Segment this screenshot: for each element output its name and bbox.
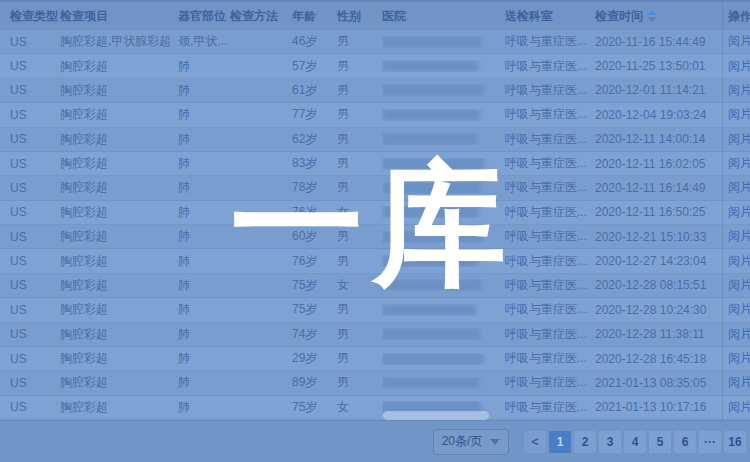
cell-exam_type: US (10, 352, 60, 366)
cell-organ: 肺 (178, 155, 230, 172)
cell-gender: 男 (337, 106, 382, 123)
cell-age: 76岁 (292, 204, 337, 221)
redacted-hospital-block (382, 84, 484, 96)
read-film-link[interactable]: 阅片 (728, 155, 750, 172)
column-header-exam_type: 检查类型 (10, 8, 60, 25)
page-size-select[interactable]: 20条/页 (433, 429, 509, 455)
table-row: US胸腔彩超肺76岁女呼吸与重症医...2020-12-11 16:50:25阅… (0, 201, 750, 225)
page-button-5[interactable]: 5 (649, 431, 671, 453)
column-header-department: 送检科室 (505, 8, 595, 25)
redacted-hospital-block (382, 182, 481, 194)
cell-department: 呼吸与重症医... (505, 228, 595, 245)
cell-age: 57岁 (292, 58, 337, 75)
column-header-label: 检查时间 (595, 8, 643, 25)
prev-page-label: < (531, 435, 538, 449)
table-body: US胸腔彩超,甲状腺彩超颈,甲状...46岁男呼吸与重症医...2020-11-… (0, 30, 750, 420)
page-button-16[interactable]: 16 (724, 431, 746, 453)
cell-organ: 肺 (178, 106, 230, 123)
read-film-link[interactable]: 阅片 (728, 58, 750, 75)
cell-exam_time: 2020-12-28 11:38:11 (595, 327, 728, 341)
cell-exam_item: 胸腔彩超 (60, 179, 178, 196)
table-header: 检查类型检查项目器官部位检查方法年龄性别医院送检科室检查时间操作 (0, 0, 750, 30)
cell-exam_time: 2020-12-21 15:10:33 (595, 230, 728, 244)
prev-page-button[interactable]: < (524, 431, 546, 453)
cell-gender: 男 (337, 58, 382, 75)
read-film-link[interactable]: 阅片 (728, 399, 750, 416)
horizontal-scrollbar[interactable] (383, 411, 489, 420)
column-header-exam_time[interactable]: 检查时间 (595, 8, 728, 25)
read-film-link[interactable]: 阅片 (728, 350, 750, 367)
cell-department: 呼吸与重症医... (505, 106, 595, 123)
cell-age: 60岁 (292, 228, 337, 245)
fixed-column-divider (722, 0, 723, 420)
cell-organ: 肺 (178, 374, 230, 391)
cell-exam_item: 胸腔彩超 (60, 277, 178, 294)
read-film-link[interactable]: 阅片 (728, 253, 750, 270)
page-button-4[interactable]: 4 (624, 431, 646, 453)
read-film-link[interactable]: 阅片 (728, 277, 750, 294)
read-film-link[interactable]: 阅片 (728, 33, 750, 50)
cell-organ: 肺 (178, 82, 230, 99)
cell-exam_item: 胸腔彩超 (60, 301, 178, 318)
cell-department: 呼吸与重症医... (505, 204, 595, 221)
cell-hospital (382, 353, 505, 365)
cell-exam_time: 2020-11-16 15:44:49 (595, 35, 728, 49)
more-pages-button[interactable]: ··· (699, 431, 721, 453)
cell-gender: 女 (337, 277, 382, 294)
exam-table: 检查类型检查项目器官部位检查方法年龄性别医院送检科室检查时间操作 US胸腔彩超,… (0, 0, 750, 420)
read-film-link[interactable]: 阅片 (728, 106, 750, 123)
cell-gender: 男 (337, 374, 382, 391)
cell-exam_type: US (10, 230, 60, 244)
cell-department: 呼吸与重症医... (505, 253, 595, 270)
cell-department: 呼吸与重症医... (505, 301, 595, 318)
cell-exam_type: US (10, 132, 60, 146)
table-row: US胸腔彩超肺76岁男呼吸与重症医...2020-12-27 14:23:04阅… (0, 249, 750, 273)
cell-exam_type: US (10, 254, 60, 268)
page-button-2[interactable]: 2 (574, 431, 596, 453)
cell-exam_type: US (10, 181, 60, 195)
table-row: US胸腔彩超肺62岁男呼吸与重症医...2020-12-11 14:00:14阅… (0, 128, 750, 152)
cell-gender: 男 (337, 33, 382, 50)
page-button-3[interactable]: 3 (599, 431, 621, 453)
cell-hospital (382, 231, 505, 243)
column-header-label: 检查方法 (230, 8, 278, 25)
cell-department: 呼吸与重症医... (505, 277, 595, 294)
read-film-link[interactable]: 阅片 (728, 131, 750, 148)
cell-gender: 男 (337, 155, 382, 172)
page-button-1[interactable]: 1 (549, 431, 571, 453)
cell-gender: 男 (337, 301, 382, 318)
cell-exam_item: 胸腔彩超 (60, 131, 178, 148)
cell-gender: 男 (337, 179, 382, 196)
page-size-label: 20条/页 (442, 433, 483, 450)
cell-hospital (382, 60, 505, 72)
page-button-6[interactable]: 6 (674, 431, 696, 453)
cell-hospital (382, 304, 505, 316)
read-film-link[interactable]: 阅片 (728, 326, 750, 343)
read-film-link[interactable]: 阅片 (728, 374, 750, 391)
cell-age: 74岁 (292, 326, 337, 343)
read-film-link[interactable]: 阅片 (728, 204, 750, 221)
redacted-hospital-block (382, 304, 476, 316)
cell-organ: 肺 (178, 204, 230, 221)
read-film-link[interactable]: 阅片 (728, 228, 750, 245)
cell-organ: 肺 (178, 58, 230, 75)
table-row: US胸腔彩超肺75岁男呼吸与重症医...2020-12-28 10:24:30阅… (0, 298, 750, 322)
cell-hospital (382, 109, 505, 121)
cell-exam_time: 2020-12-28 10:24:30 (595, 303, 728, 317)
cell-hospital (382, 36, 505, 48)
cell-exam_type: US (10, 303, 60, 317)
cell-exam_time: 2020-12-27 14:23:04 (595, 254, 728, 268)
table-row: US胸腔彩超肺74岁男呼吸与重症医...2020-12-28 11:38:11阅… (0, 323, 750, 347)
cell-age: 75岁 (292, 301, 337, 318)
cell-hospital (382, 84, 505, 96)
cell-gender: 男 (337, 131, 382, 148)
pagination-bar: 20条/页 < 123456···16 (0, 420, 750, 462)
cell-department: 呼吸与重症医... (505, 131, 595, 148)
cell-exam_type: US (10, 59, 60, 73)
cell-gender: 男 (337, 253, 382, 270)
read-film-link[interactable]: 阅片 (728, 82, 750, 99)
read-film-link[interactable]: 阅片 (728, 179, 750, 196)
read-film-link[interactable]: 阅片 (728, 301, 750, 318)
cell-exam_item: 胸腔彩超 (60, 350, 178, 367)
redacted-hospital-block (382, 377, 479, 389)
